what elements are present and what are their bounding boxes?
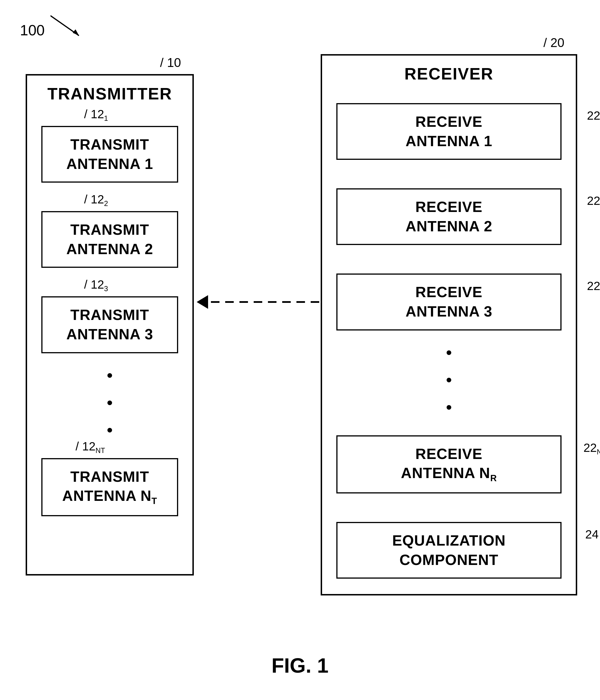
svg-marker-1 xyxy=(73,29,79,35)
equalization-component-box: EQUALIZATIONCOMPONENT xyxy=(336,522,561,579)
antennaNT-ref: / 12NT xyxy=(75,440,105,455)
arrow-left-head-icon xyxy=(197,295,208,309)
transmit-antenna-1-box: TRANSMITANTENNA 1 xyxy=(41,126,178,183)
receive-antenna-1-box: RECEIVEANTENNA 1 xyxy=(336,103,561,160)
transmit-antenna-2-box: TRANSMITANTENNA 2 xyxy=(41,211,178,268)
receive-antenna-3-box: RECEIVEANTENNA 3 xyxy=(336,274,561,330)
recv-antennaNR-ref: 22NR xyxy=(583,441,600,456)
diagram: / 10 TRANSMITTER / 121 TRANSMITANTENNA 1… xyxy=(17,46,583,630)
fig-ref-label: 100 xyxy=(20,16,88,45)
receiver-title: RECEIVER xyxy=(322,55,576,89)
fig-ref-arrow-icon xyxy=(50,13,88,39)
dashed-line xyxy=(211,301,334,303)
receiver-ref-label: / 20 xyxy=(544,35,565,50)
transmit-antenna-NT-box: TRANSMITANTENNA NT xyxy=(41,458,178,517)
recv-antenna3-ref: 223 xyxy=(587,279,600,294)
recv-antenna1-ref: 221 xyxy=(587,109,600,124)
antenna3-ref: / 123 xyxy=(84,278,108,293)
fig-ref-number: 100 xyxy=(20,22,45,39)
transmitter-ref-label: / 10 xyxy=(160,55,181,70)
receiver-box: / 20 RECEIVER 221 RECEIVEANTENNA 1 222 R… xyxy=(321,54,577,596)
equalization-ref: 24 xyxy=(585,528,599,541)
transmit-dots: ••• xyxy=(27,353,192,452)
receive-antenna-2-box: RECEIVEANTENNA 2 xyxy=(336,188,561,245)
antenna1-ref: / 121 xyxy=(84,107,108,123)
recv-antenna2-ref: 222 xyxy=(587,194,600,209)
transmit-antenna-3-box: TRANSMITANTENNA 3 xyxy=(41,296,178,353)
figure-caption: FIG. 1 xyxy=(0,654,600,677)
receive-dots: ••• xyxy=(322,330,576,430)
receive-antenna-NR-box: RECEIVEANTENNA NR xyxy=(336,435,561,494)
antenna2-ref: / 122 xyxy=(84,193,108,208)
transmitter-title: TRANSMITTER xyxy=(27,75,192,109)
transmitter-box: / 10 TRANSMITTER / 121 TRANSMITANTENNA 1… xyxy=(26,74,194,575)
page: 100 / 10 TRANSMITTER / 121 TRANSMITANTEN… xyxy=(0,0,600,700)
